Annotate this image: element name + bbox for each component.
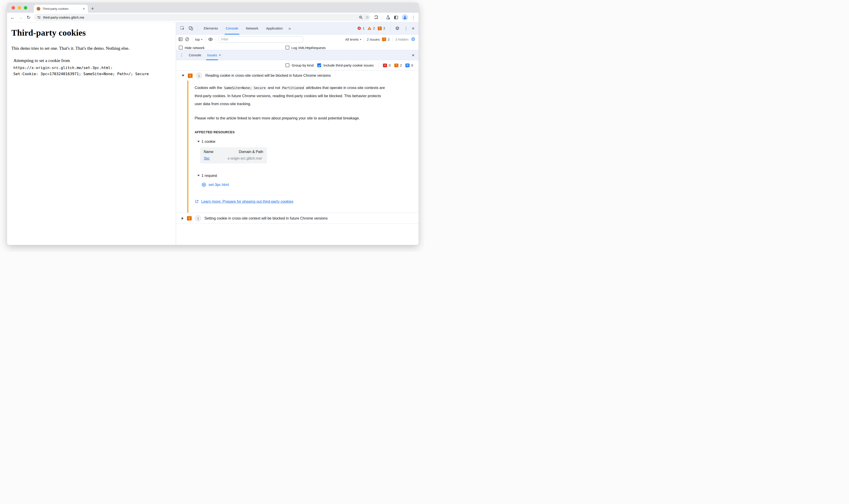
warning-count: 2 xyxy=(373,26,375,30)
issue-accent-bar xyxy=(188,80,188,213)
page-error-count: × 0 xyxy=(383,64,391,68)
error-badge-icon xyxy=(357,26,361,30)
issue-count-pill: 1 xyxy=(196,73,202,78)
column-header-name: Name xyxy=(204,150,228,154)
more-tabs-icon[interactable]: » xyxy=(287,26,292,31)
address-bar[interactable]: third-party-cookies.glitch.me ☆ xyxy=(34,14,370,21)
request-file-link[interactable]: set-3pc.html xyxy=(209,182,229,187)
console-settings-icon[interactable]: ⚙ xyxy=(410,36,416,42)
warning-badge-icon xyxy=(367,26,372,31)
minimize-window-button[interactable] xyxy=(18,6,21,10)
issue1-body: Cookies with the SameSite=None; Secure a… xyxy=(176,80,419,213)
tab-console[interactable]: Console xyxy=(222,22,242,35)
browser-toolbar: ← → ↻ third-party-cookies.glitch.me ☆ xyxy=(7,13,419,22)
learn-more-link[interactable]: Learn more: Prepare for phasing out thir… xyxy=(201,199,293,204)
devtools-menu-icon[interactable]: ⋮ xyxy=(402,26,410,31)
zoom-icon[interactable] xyxy=(359,15,363,19)
cookie-group-toggle[interactable]: 1 cookie xyxy=(197,139,409,144)
drawer-tab-issues[interactable]: Issues × xyxy=(204,50,224,60)
include-third-party-checkbox[interactable]: Include third-party cookie issues xyxy=(317,64,374,68)
reload-icon[interactable]: ↻ xyxy=(26,15,31,20)
issue-kind-icon: ! xyxy=(187,216,192,220)
issues-panel: Group by kind Include third-party cookie… xyxy=(176,60,419,245)
device-toolbar-icon[interactable] xyxy=(187,26,195,31)
cookie-name-link[interactable]: 3pc xyxy=(204,157,210,160)
back-icon[interactable]: ← xyxy=(10,15,15,20)
cookie-source-url: https://x-origin-src.glitch.me/set-3pc.h… xyxy=(13,65,171,71)
issues-badge-icon: ! xyxy=(382,37,386,41)
close-issues-tab-icon[interactable]: × xyxy=(219,53,221,57)
chevron-down-icon: ▾ xyxy=(360,38,361,41)
side-panel-icon[interactable] xyxy=(394,15,399,20)
issue1-header[interactable]: ! 1 Reading cookie in cross-site context… xyxy=(176,71,419,80)
tab-elements[interactable]: Elements xyxy=(200,22,222,35)
tab-title: Third-party cookies xyxy=(42,7,80,11)
site-settings-icon[interactable] xyxy=(37,15,41,19)
collapse-triangle-icon[interactable] xyxy=(197,141,200,142)
issue-kind-icon: ! xyxy=(188,74,193,78)
devtools-close-icon[interactable]: × xyxy=(411,26,416,31)
console-settings-row: Hide network Log XMLHttpRequests xyxy=(176,44,419,50)
window-controls xyxy=(12,6,27,10)
page-intro: This demo tries to set one. That's it. T… xyxy=(11,46,171,51)
checkbox-checked-icon[interactable] xyxy=(317,64,321,67)
error-bubble-icon: × xyxy=(383,64,387,67)
experiments-flask-icon[interactable] xyxy=(386,15,390,20)
devtools-settings-icon[interactable]: ⚙ xyxy=(393,26,401,31)
close-window-button[interactable] xyxy=(12,6,15,10)
context-selector[interactable]: top ▾ xyxy=(195,37,202,41)
url-text[interactable]: third-party-cookies.glitch.me xyxy=(43,16,356,19)
drawer-close-icon[interactable]: × xyxy=(410,52,416,58)
breaking-change-count: ! 2 xyxy=(394,64,402,68)
issues-toolbar: Group by kind Include third-party cookie… xyxy=(176,60,419,71)
issues-toolbar-divider xyxy=(378,62,378,68)
drawer-menu-icon[interactable]: ⋮ xyxy=(177,53,186,57)
devtools-tabbar: Elements Console Network Application » 1 xyxy=(176,22,419,35)
browser-menu-icon[interactable]: ⋮ xyxy=(411,15,415,19)
tab-application[interactable]: Application xyxy=(263,22,286,35)
code-chip: Partitioned xyxy=(281,86,305,90)
drawer-tab-console[interactable]: Console xyxy=(186,50,204,60)
browser-tab[interactable]: Third-party cookies × xyxy=(34,5,88,13)
affected-resources-label: Affected resources xyxy=(195,130,409,134)
new-tab-button[interactable]: + xyxy=(91,6,94,11)
tabbar-divider xyxy=(390,25,391,32)
request-group-toggle[interactable]: 1 request xyxy=(197,174,409,178)
error-count: 1 xyxy=(363,26,365,30)
group-by-kind-checkbox[interactable]: Group by kind xyxy=(285,64,314,68)
issues-counter-link[interactable]: 2 Issues: ! 2 xyxy=(367,37,390,41)
issue-title: Reading cookie in cross-site context wil… xyxy=(205,74,331,78)
issues-count: 2 xyxy=(383,26,385,30)
forward-icon[interactable]: → xyxy=(18,15,23,20)
profile-avatar[interactable] xyxy=(402,14,408,20)
collapse-triangle-icon[interactable] xyxy=(182,75,184,76)
checkbox-unchecked-icon[interactable] xyxy=(179,46,183,50)
issue-item-expanded: ! 1 Reading cookie in cross-site context… xyxy=(176,71,419,213)
external-link-icon xyxy=(195,199,199,204)
bookmark-star-icon[interactable]: ☆ xyxy=(365,15,369,20)
expand-triangle-icon[interactable] xyxy=(182,217,183,220)
filter-input[interactable] xyxy=(219,36,303,43)
hidden-messages-link[interactable]: 3 hidden xyxy=(395,37,409,41)
hide-network-checkbox[interactable]: Hide network xyxy=(179,46,285,50)
extensions-icon[interactable] xyxy=(374,15,378,20)
clear-console-icon[interactable] xyxy=(185,37,190,41)
checkbox-unchecked-icon[interactable] xyxy=(285,46,289,50)
log-level-selector[interactable]: All levels ▾ xyxy=(345,37,361,41)
tab-strip: Third-party cookies × + xyxy=(7,3,419,13)
issue-item-collapsed[interactable]: ! 1 Setting cookie in cross-site context… xyxy=(176,213,419,224)
console-toolbar-divider xyxy=(392,36,393,42)
console-toolbar-divider xyxy=(216,36,216,42)
checkbox-unchecked-icon[interactable] xyxy=(285,64,289,67)
inspect-element-icon[interactable] xyxy=(179,26,186,31)
log-xhr-checkbox[interactable]: Log XMLHttpRequests xyxy=(285,46,392,50)
tab-close-icon[interactable]: × xyxy=(82,6,86,11)
tab-network[interactable]: Network xyxy=(243,22,262,35)
live-expression-eye-icon[interactable] xyxy=(208,37,213,42)
column-header-domain: Domain & Path xyxy=(228,150,263,154)
maximize-window-button[interactable] xyxy=(24,6,27,10)
console-sidebar-toggle-icon[interactable] xyxy=(178,37,183,41)
issue-count-pill: 1 xyxy=(195,215,201,221)
screenshot: Third-party cookies × + ← → ↻ third-part… xyxy=(0,0,425,252)
collapse-triangle-icon[interactable] xyxy=(197,175,200,176)
